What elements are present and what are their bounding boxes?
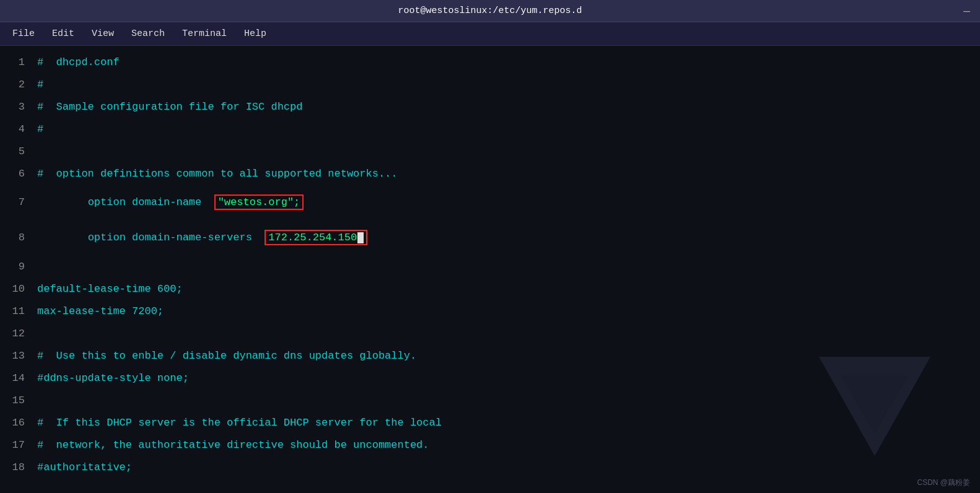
line-num-8: 8 <box>7 232 25 243</box>
line-11: 11 max-lease-time 7200; <box>0 300 980 322</box>
line-content-10: default-lease-time 600; <box>37 283 183 295</box>
text-cursor <box>357 232 364 243</box>
line-5: 5 <box>0 140 980 162</box>
line-8: 8 option domain-name-servers 172.25.254.… <box>0 220 980 255</box>
line-num-15: 15 <box>7 395 25 406</box>
csdn-badge: CSDN @藕粉姜 <box>917 478 970 488</box>
line-num-5: 5 <box>7 146 25 157</box>
line-content-3: # Sample configuration file for ISC dhcp… <box>37 101 302 113</box>
line-content-6: # option definitions common to all suppo… <box>37 168 398 180</box>
line-num-16: 16 <box>7 417 25 429</box>
highlight-ip-address: 172.25.254.150 <box>265 230 367 245</box>
line-18: 18 #authoritative; <box>0 456 980 478</box>
line-num-13: 13 <box>7 350 25 362</box>
line-1: 1 # dhcpd.conf <box>0 51 980 73</box>
menu-edit[interactable]: Edit <box>45 26 82 41</box>
title-bar: root@westoslinux:/etc/yum.repos.d — <box>0 0 980 22</box>
line-13: 13 # Use this to enble / disable dynamic… <box>0 344 980 367</box>
line-num-6: 6 <box>7 168 25 180</box>
line-15: 15 <box>0 389 980 411</box>
line-content-1: # dhcpd.conf <box>37 56 120 68</box>
menu-terminal[interactable]: Terminal <box>175 26 234 41</box>
line-content-18: #authoritative; <box>37 461 132 473</box>
line-content-17: # network, the authoritative directive s… <box>37 439 429 451</box>
menu-file[interactable]: File <box>5 26 42 41</box>
line-16: 16 # If this DHCP server is the official… <box>0 411 980 434</box>
line-12: 12 <box>0 322 980 344</box>
line-num-2: 2 <box>7 79 25 90</box>
line-content-11: max-lease-time 7200; <box>37 305 164 317</box>
line-num-14: 14 <box>7 372 25 384</box>
line-14: 14 #ddns-update-style none; <box>0 367 980 389</box>
line-num-17: 17 <box>7 439 25 451</box>
line-3: 3 # Sample configuration file for ISC dh… <box>0 95 980 118</box>
line-17: 17 # network, the authoritative directiv… <box>0 434 980 456</box>
line-content-4: # <box>37 123 43 135</box>
menu-bar: File Edit View Search Terminal Help <box>0 22 980 46</box>
line-num-9: 9 <box>7 261 25 273</box>
line-4: 4 # <box>0 118 980 140</box>
line-num-7: 7 <box>7 196 25 208</box>
line-content-13: # Use this to enble / disable dynamic dn… <box>37 350 416 362</box>
line-content-7: option domain-name "westos.org"; <box>37 185 304 220</box>
line-6: 6 # option definitions common to all sup… <box>0 162 980 185</box>
line-10: 10 default-lease-time 600; <box>0 277 980 300</box>
line-content-16: # If this DHCP server is the official DH… <box>37 417 442 429</box>
line-num-1: 1 <box>7 56 25 68</box>
highlight-domain-name: "westos.org"; <box>214 194 304 210</box>
line-num-4: 4 <box>7 123 25 135</box>
editor-content: 1 # dhcpd.conf 2 # 3 # Sample configurat… <box>0 46 980 493</box>
line-7: 7 option domain-name "westos.org"; <box>0 185 980 220</box>
line-num-18: 18 <box>7 461 25 473</box>
line-9: 9 <box>0 255 980 277</box>
line-content-14: #ddns-update-style none; <box>37 372 189 384</box>
line-num-12: 12 <box>7 328 25 339</box>
minimize-button[interactable]: — <box>963 5 970 17</box>
line-content-8: option domain-name-servers 172.25.254.15… <box>37 220 367 255</box>
line-num-3: 3 <box>7 101 25 113</box>
line-2: 2 # <box>0 73 980 95</box>
menu-search[interactable]: Search <box>124 26 172 41</box>
menu-view[interactable]: View <box>84 26 121 41</box>
title-bar-title: root@westoslinux:/etc/yum.repos.d <box>398 6 582 16</box>
line-content-2: # <box>37 79 43 90</box>
line-num-11: 11 <box>7 305 25 317</box>
terminal-window: root@westoslinux:/etc/yum.repos.d — File… <box>0 0 980 493</box>
line-num-10: 10 <box>7 283 25 295</box>
menu-help[interactable]: Help <box>237 26 274 41</box>
